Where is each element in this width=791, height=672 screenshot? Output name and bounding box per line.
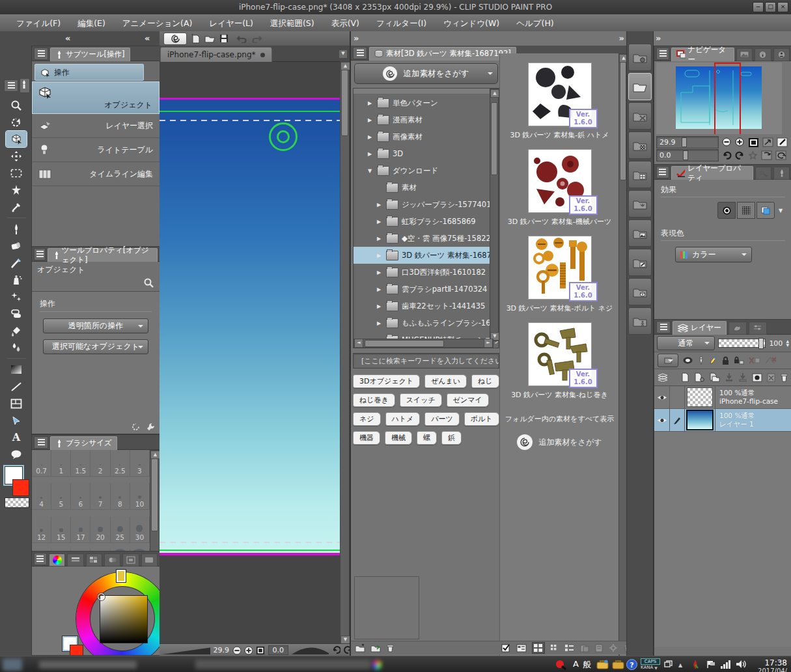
new-layer-folder-icon[interactable] [709,372,720,382]
tab-timeline[interactable] [749,322,767,335]
close-button[interactable]: × [777,2,788,12]
hue-marker[interactable] [117,570,126,582]
lock-transparent-pixel-icon[interactable] [734,356,744,365]
category-current-folder-button[interactable] [628,73,652,100]
tray-network-icon[interactable] [720,660,732,669]
subtool-item-object[interactable]: オブジェクト [32,81,160,114]
rotation-slider-handle[interactable] [683,150,688,160]
layer-edit-target-cell[interactable] [670,386,685,408]
ime-mode-indicator[interactable]: 般 [583,659,591,671]
tab-color-mixer[interactable] [104,553,120,567]
nav-rotate-right-icon[interactable] [735,151,745,160]
reference-layer-icon[interactable] [697,356,705,365]
taskbar-clock[interactable]: 17:38 2017/04/ [758,658,787,672]
gradient-tool[interactable] [6,361,27,378]
nav-fit-icon[interactable] [748,137,759,148]
nav-flip-view-icon[interactable] [761,150,772,160]
grid-small-view-icon[interactable] [550,644,559,652]
materials-expand-icon[interactable]: » [619,33,624,43]
wrench-magnifier-icon[interactable] [143,277,154,288]
layer-property-menu-icon[interactable] [656,166,669,178]
nav-flip-reset-icon[interactable] [777,137,788,147]
category-image-button[interactable] [628,219,652,247]
tray-flag-icon[interactable] [706,660,716,669]
brush-size-cell[interactable]: 10 [130,483,150,510]
navigator-menu-icon[interactable] [656,48,669,60]
ime-alpha-indicator[interactable]: A [573,659,579,669]
transparency-operation-dropdown[interactable]: 透明箇所の操作 [43,318,148,333]
navigator-zoom-slider[interactable]: 29.9 [656,136,719,148]
line-tool[interactable] [6,378,27,395]
tray-toolbox2-icon[interactable] [612,659,624,669]
decoration-tool[interactable] [6,288,27,305]
brush-size-cell[interactable]: 4 [32,483,51,510]
tab-brush-shape[interactable] [773,167,790,180]
airbrush-tool[interactable] [6,272,27,288]
new-file-icon[interactable] [191,33,201,44]
subtool-item-timeline-edit[interactable]: タイムライン編集 [32,162,160,186]
clip-studio-logo-button[interactable] [163,33,187,45]
menu-item[interactable]: 表示(V) [323,15,368,31]
brush-size-cell[interactable]: 1 [51,450,71,477]
color-panel-menu-icon[interactable] [34,553,47,565]
materials-menu-icon[interactable] [353,47,367,59]
nav-flip-horizontal-icon[interactable] [762,137,773,147]
brush-size-cell[interactable]: 2 [90,450,110,477]
menu-item[interactable]: ウィンドウ(W) [435,15,508,31]
find-more-materials-button[interactable]: 追加素材をさがす [500,434,619,450]
menu-item[interactable]: フィルター(I) [368,15,435,31]
quick-mask-icon[interactable] [682,356,693,365]
category-close-folder-button[interactable] [628,102,652,130]
brush-size-cell[interactable]: 12 [32,516,51,543]
material-tag[interactable]: ぜんまい [424,374,467,388]
rotate-canvas-tool[interactable] [6,114,27,130]
material-thumbnail[interactable]: Ver. 1.6.0 [528,63,592,126]
tab-subview[interactable] [736,48,753,61]
tree-arrow-icon[interactable] [368,168,374,174]
tree-arrow-icon[interactable] [377,219,383,225]
ime-caps-kana-block[interactable]: CAPS KANA▼ [641,658,660,670]
draft-layer-icon[interactable] [709,356,717,365]
tree-arrow-icon[interactable] [377,202,383,208]
material-thumbnail[interactable]: Ver. 1.6.0 [528,149,592,213]
material-search-box[interactable]: [ここに検索キーワードを入力してください] [353,353,499,369]
tree-arrow-icon[interactable] [377,270,383,275]
select-all-checkbox-icon[interactable] [501,644,511,652]
tab-layer-search[interactable] [729,322,747,335]
tab-item-bank[interactable] [773,48,790,61]
navigator-preview[interactable] [656,63,782,134]
material-tag[interactable]: スイッチ [400,393,442,407]
collapse-left-icon[interactable]: « [65,33,70,43]
tree-hscrollbar[interactable]: ◄ ► [354,339,493,348]
category-pose-button[interactable] [628,307,652,335]
material-tag[interactable]: 螺 [417,431,437,445]
minimize-button[interactable]: − [753,2,764,12]
menu-item[interactable]: ファイル(F) [8,15,69,31]
opacity-slider-handle[interactable] [758,338,764,349]
save-file-icon[interactable] [219,34,229,43]
toolbar-menu-icon[interactable] [4,79,18,92]
brush-size-menu-icon[interactable] [34,436,48,449]
tray-tablet-pen-icon[interactable] [690,659,701,670]
tree-arrow-icon[interactable] [368,151,374,157]
material-thumbnail[interactable]: Ver. 1.6.0 [528,236,592,300]
brush-size-cell[interactable]: 2.5 [111,450,130,477]
collapse-subtool-icon[interactable]: « [145,33,149,43]
brush-tool[interactable] [6,255,27,271]
frame-border-tool[interactable] [6,395,27,412]
navigator-rotation-slider[interactable]: 0.0 [656,149,719,161]
tree-item[interactable]: 3D 鉄パーツ 素材集-1687192 [354,247,499,264]
text-tool[interactable]: A [6,429,27,445]
layer-row-background[interactable]: 100 %通常 iPhone7-flip-case [654,386,791,409]
tree-arrow-icon[interactable] [368,134,374,140]
list-view-icon[interactable] [516,644,527,652]
category-manga-button[interactable] [628,161,652,188]
material-tag[interactable]: ネジ [353,412,381,426]
material-tag[interactable]: ねじ巻き [353,393,395,407]
subtool-item-light-table[interactable]: ライトテーブル [32,138,160,162]
brush-size-cell[interactable]: 8 [111,483,130,510]
tree-arrow-icon[interactable] [377,287,383,292]
brush-size-cell[interactable]: 17 [71,516,90,543]
taskbar-item[interactable] [39,661,137,669]
material-tag[interactable]: ハトメ [385,412,421,426]
